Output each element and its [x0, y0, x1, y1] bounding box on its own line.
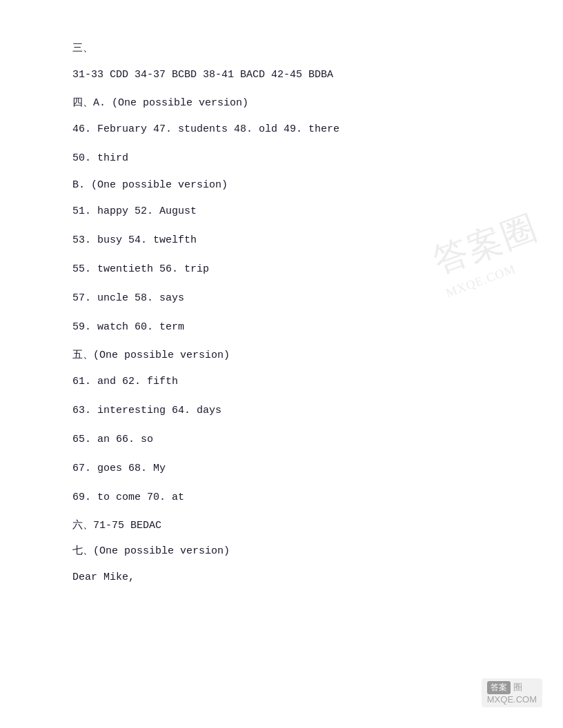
logo-text: 圈: [513, 682, 522, 692]
section4a-line2: 50. third: [72, 150, 491, 167]
section7-line1: Dear Mike,: [72, 569, 491, 586]
section5-line3: 65. an 66. so: [72, 432, 491, 448]
section4b-line3: 55. twentieth 56. trip: [72, 261, 491, 278]
section3-header: 三、: [72, 41, 491, 54]
logo-icon: 答案: [487, 681, 511, 694]
section4b-line2: 53. busy 54. twelfth: [72, 232, 491, 249]
section4a-line1: 46. February 47. students 48. old 49. th…: [72, 121, 491, 138]
section4a-header: 四、A. (One possible version): [72, 96, 491, 109]
bottom-logo: 答案圈 MXQE.COM: [482, 678, 542, 707]
section5-line5: 69. to come 70. at: [72, 489, 491, 506]
section3-line1: 31-33 CDD 34-37 BCBD 38-41 BACD 42-45 BD…: [72, 67, 491, 83]
section6-header: 六、71-75 BEDAC: [72, 518, 491, 532]
section7-header: 七、(One possible version): [72, 544, 491, 557]
section4b-line4: 57. uncle 58. says: [72, 290, 491, 307]
section5-line4: 67. goes 68. My: [72, 461, 491, 477]
logo-box: 答案圈 MXQE.COM: [482, 678, 542, 707]
logo-url: MXQE.COM: [487, 694, 537, 705]
section5-line2: 63. interesting 64. days: [72, 403, 491, 419]
section5-line1: 61. and 62. fifth: [72, 374, 491, 390]
section4b-line5: 59. watch 60. term: [72, 319, 491, 336]
page-container: 三、 31-33 CDD 34-37 BCBD 38-41 BACD 42-45…: [0, 0, 563, 728]
section4b-header: B. (One possible version): [72, 179, 491, 191]
section5-header: 五、(One possible version): [72, 348, 491, 361]
section4b-line1: 51. happy 52. August: [72, 203, 491, 220]
